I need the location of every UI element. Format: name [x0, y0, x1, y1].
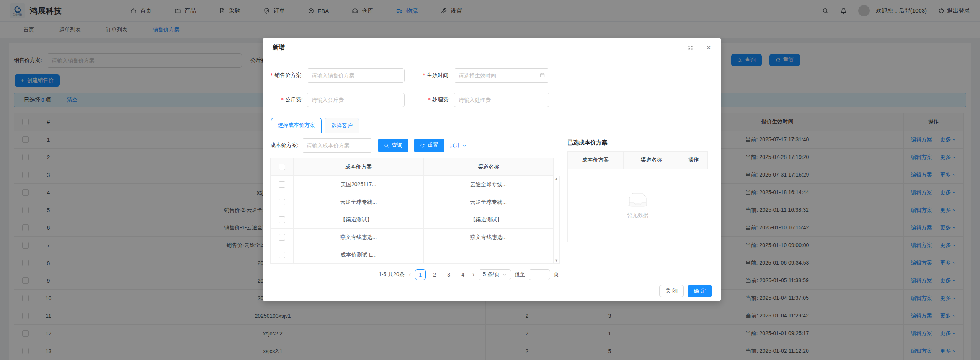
dialog-header: 新增 ✕: [263, 38, 721, 58]
selected-header-ops: 操作: [679, 152, 708, 169]
chevron-down-icon: [503, 273, 507, 277]
cost-table-row: 【渠道测试】... 【渠道测试】...: [271, 211, 554, 229]
pagination-page-2[interactable]: 2: [429, 269, 440, 280]
cost-row-checkbox[interactable]: [279, 216, 285, 223]
cost-select-all-checkbox[interactable]: [279, 164, 285, 170]
plan-name-label: 销售价方案:: [270, 72, 307, 79]
selected-header-channel: 渠道名称: [624, 152, 679, 169]
cost-plan-search-input[interactable]: [302, 138, 372, 153]
confirm-button[interactable]: 确 定: [688, 285, 712, 297]
cell-channel: 【渠道测试】...: [424, 211, 554, 229]
cost-table-row: 燕文专线惠选... 燕文专线惠选...: [271, 229, 554, 246]
jump-prefix: 跳至: [514, 271, 525, 278]
empty-text: 暂无数据: [627, 212, 648, 219]
cell-cost-plan: 燕文专线惠选...: [294, 229, 424, 246]
screen: 兰台科技 鸿展科技 首页 产品 采购 订单 FBA: [0, 0, 980, 360]
cost-row-checkbox[interactable]: [279, 181, 285, 188]
table-scrollbar[interactable]: ▲ ▼: [554, 176, 560, 264]
cost-plan-table: 成本价方案 渠道名称 美国2025117... 云途全球专线... 云途全球专线…: [270, 158, 554, 264]
empty-state: 暂无数据: [567, 169, 708, 242]
cost-header-plan: 成本价方案: [294, 158, 424, 176]
cost-row-checkbox[interactable]: [279, 234, 285, 241]
close-button[interactable]: 关 闭: [659, 285, 684, 297]
pagination-page-1[interactable]: 1: [415, 269, 426, 280]
fullscreen-icon[interactable]: [688, 45, 693, 51]
cost-table-row: 美国2025117... 云途全球专线...: [271, 176, 554, 193]
calendar-icon: [539, 72, 545, 78]
cell-channel: 云途全球专线...: [424, 176, 554, 193]
tab-select-customer[interactable]: 选择客户: [325, 118, 359, 133]
dialog-body: 销售价方案: 生效时间: 公斤费: 处理费:: [263, 58, 721, 280]
chevron-down-icon: [462, 144, 466, 148]
cost-header-channel: 渠道名称: [424, 158, 554, 176]
dialog-tabs: 选择成本价方案 选择客户: [270, 117, 714, 133]
effective-time-input[interactable]: [454, 68, 549, 83]
scroll-up-icon[interactable]: ▲: [555, 177, 558, 181]
modal-query-button[interactable]: 查询: [378, 139, 408, 152]
cost-plan-search-label: 成本价方案:: [270, 142, 299, 149]
cell-cost-plan: 云途全球专线...: [294, 193, 424, 211]
expand-link[interactable]: 展开: [450, 142, 466, 149]
cell-channel: 燕文专线惠选...: [424, 229, 554, 246]
cell-channel: 云途全球专线...: [424, 193, 554, 211]
cost-row-checkbox[interactable]: [279, 199, 285, 205]
selected-header-plan: 成本价方案: [568, 152, 624, 169]
pagination-total: 1-5 共20条: [379, 271, 405, 278]
dialog-footer: 关 闭 确 定: [263, 280, 721, 301]
selected-cost-table: 成本价方案 渠道名称 操作: [567, 151, 708, 169]
selected-panel-title: 已选成本价方案: [567, 139, 708, 146]
empty-inbox-icon: [626, 192, 650, 208]
kg-fee-input[interactable]: [307, 93, 405, 107]
cost-row-checkbox[interactable]: [279, 252, 285, 258]
page-size-select[interactable]: 5 条/页: [479, 269, 511, 280]
kg-fee-label: 公斤费:: [270, 97, 307, 103]
search-icon: [384, 143, 389, 148]
handle-fee-label: 处理费:: [420, 97, 454, 103]
cost-table-row: 成本价测试-L...: [271, 246, 554, 264]
modal-reset-button[interactable]: 重置: [414, 139, 444, 152]
refresh-icon: [420, 143, 425, 148]
cost-plan-panel: 成本价方案: 查询 重置 展开: [270, 138, 560, 280]
prev-page-button[interactable]: ‹: [408, 271, 412, 278]
cell-cost-plan: 【渠道测试】...: [294, 211, 424, 229]
handle-fee-input[interactable]: [454, 93, 549, 107]
next-page-button[interactable]: ›: [472, 271, 475, 278]
pagination: 1-5 共20条 ‹ 1234 › 5 条/页 跳至 页: [270, 269, 560, 280]
cell-cost-plan: 成本价测试-L...: [294, 246, 424, 264]
tab-select-cost-plan[interactable]: 选择成本价方案: [271, 118, 322, 133]
jump-suffix: 页: [554, 271, 559, 278]
cell-cost-plan: 美国2025117...: [294, 176, 424, 193]
effective-time-label: 生效时间:: [420, 72, 454, 79]
cost-table-wrap: 成本价方案 渠道名称 美国2025117... 云途全球专线... 云途全球专线…: [270, 158, 560, 264]
plan-name-input[interactable]: [307, 68, 405, 83]
jump-page-input[interactable]: [529, 269, 550, 280]
pagination-page-3[interactable]: 3: [443, 269, 454, 280]
cell-channel: [424, 246, 554, 264]
close-icon[interactable]: ✕: [706, 45, 711, 51]
dialog-title: 新增: [273, 44, 285, 52]
pagination-page-4[interactable]: 4: [457, 269, 468, 280]
cost-table-row: 云途全球专线... 云途全球专线...: [271, 193, 554, 211]
scroll-down-icon[interactable]: ▼: [555, 259, 558, 262]
create-dialog: 新增 ✕ 销售价方案: 生效时间:: [263, 38, 721, 301]
selected-cost-panel: 已选成本价方案 成本价方案 渠道名称 操作: [567, 138, 708, 280]
